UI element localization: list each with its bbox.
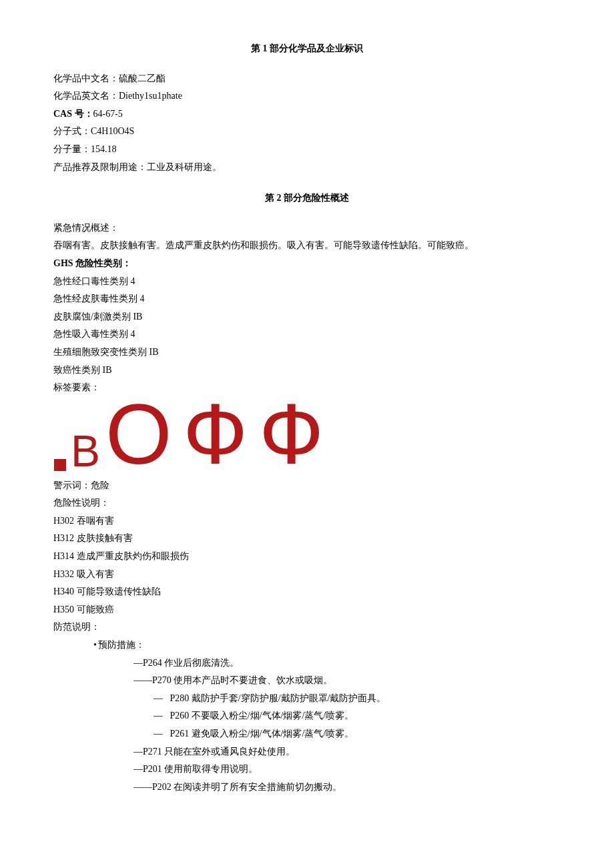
svg-text:Ф: Ф bbox=[260, 400, 324, 473]
hazard-item: H314 造成严重皮肤灼伤和眼损伤 bbox=[53, 548, 561, 566]
ghs-item: 急性经皮肤毒性类别 4 bbox=[53, 290, 561, 308]
hazard-item: H302 吞咽有害 bbox=[53, 512, 561, 530]
label-formula: 分子式： bbox=[53, 126, 91, 136]
ghs-item: 致癌性类别 IB bbox=[53, 362, 561, 380]
row-name-cn: 化学品中文名：硫酸二乙酯 bbox=[53, 70, 561, 88]
heading-suffix: 部分化学品及企业标识 bbox=[268, 43, 364, 53]
prevention-label: 预防措施： bbox=[53, 636, 561, 655]
prevention-item: P270 使用本产品时不要进食、饮水或吸烟。 bbox=[53, 672, 561, 690]
label-cas: CAS 号： bbox=[53, 109, 93, 119]
pictogram-row: Β О Ф Ф bbox=[53, 400, 561, 473]
emergency-text: 吞咽有害。皮肤接触有害。造成严重皮肤灼伤和眼损伤。吸入有害。可能导致遗传性缺陷。… bbox=[53, 237, 561, 255]
prevention-item: P264 作业后彻底清洗。 bbox=[53, 655, 561, 673]
prevention-item-text: P280 戴防护手套/穿防护服/戴防护眼罩/戴防护面具。 bbox=[170, 693, 386, 703]
section-2-heading: 第 2 部分危险性概述 bbox=[53, 189, 561, 207]
heading-prefix: 第 bbox=[265, 193, 277, 203]
prevention-item: P201 使用前取得专用说明。 bbox=[53, 761, 561, 779]
section-1-body: 化学品中文名：硫酸二乙酯 化学品英文名：Diethy1su1phate CAS … bbox=[53, 70, 561, 177]
label-name-cn: 化学品中文名： bbox=[53, 73, 119, 83]
section-1-heading: 第 1 部分化学品及企业标识 bbox=[53, 40, 561, 58]
circle-icon: О bbox=[108, 400, 182, 473]
prevention-item-text: P264 作业后彻底清洗。 bbox=[143, 658, 239, 668]
phi-icon: Ф bbox=[260, 400, 334, 473]
value-name-cn: 硫酸二乙酯 bbox=[119, 73, 166, 83]
heading-suffix: 部分危险性概述 bbox=[282, 193, 350, 203]
section-2-body: 紧急情况概述： 吞咽有害。皮肤接触有害。造成严重皮肤灼伤和眼损伤。吸入有害。可能… bbox=[53, 220, 561, 797]
row-name-en: 化学品英文名：Diethy1su1phate bbox=[53, 87, 561, 105]
ghs-item: 急性经口毒性类别 4 bbox=[53, 273, 561, 291]
hazard-list: H302 吞咽有害 H312 皮肤接触有害 H314 造成严重皮肤灼伤和眼损伤 … bbox=[53, 512, 561, 619]
row-formula: 分子式：C4H10O4S bbox=[53, 123, 561, 141]
square-icon bbox=[53, 458, 68, 473]
prevention-item: P261 避免吸入粉尘/烟/气体/烟雾/蒸气/喷雾。 bbox=[53, 725, 561, 743]
heading-prefix: 第 bbox=[251, 43, 263, 53]
svg-text:Ф: Ф bbox=[184, 400, 248, 473]
signal-word-value: 危险 bbox=[91, 480, 109, 490]
letter-b-icon: Β bbox=[71, 425, 105, 473]
ghs-item: 急性吸入毒性类别 4 bbox=[53, 326, 561, 344]
prevention-item: P260 不要吸入粉尘/烟/气体/烟雾/蒸气/喷雾。 bbox=[53, 707, 561, 725]
value-mw: 154.18 bbox=[91, 144, 117, 154]
label-mw: 分子量： bbox=[53, 144, 91, 154]
prevention-list: P264 作业后彻底清洗。 P270 使用本产品时不要进食、饮水或吸烟。 P28… bbox=[53, 655, 561, 797]
label-use: 产品推荐及限制用途： bbox=[53, 162, 147, 172]
prevention-item-text: P261 避免吸入粉尘/烟/气体/烟雾/蒸气/喷雾。 bbox=[170, 729, 354, 739]
prevention-item-text: P260 不要吸入粉尘/烟/气体/烟雾/蒸气/喷雾。 bbox=[170, 711, 354, 721]
emergency-label: 紧急情况概述： bbox=[53, 220, 561, 238]
prevention-item-text: P201 使用前取得专用说明。 bbox=[143, 764, 258, 774]
prevention-item: P202 在阅读并明了所有安全措施前切勿搬动。 bbox=[53, 779, 561, 797]
label-elements-label: 标签要素： bbox=[53, 379, 561, 397]
ghs-item: 皮肤腐蚀/刺激类别 IB bbox=[53, 308, 561, 326]
prevention-item-text: P271 只能在室外或通风良好处使用。 bbox=[143, 747, 295, 757]
row-signal-word: 警示词：危险 bbox=[53, 477, 561, 495]
hazard-item: H312 皮肤接触有害 bbox=[53, 530, 561, 548]
svg-rect-0 bbox=[54, 459, 66, 471]
value-use: 工业及科研用途。 bbox=[147, 162, 222, 172]
hazard-item: H350 可能致癌 bbox=[53, 601, 561, 619]
signal-word-label: 警示词： bbox=[53, 480, 91, 490]
prevention-item-text: P202 在阅读并明了所有安全措施前切勿搬动。 bbox=[152, 782, 342, 792]
prevention-item-text: P270 使用本产品时不要进食、饮水或吸烟。 bbox=[152, 675, 332, 685]
svg-text:О: О bbox=[108, 400, 172, 473]
prevention-label-text: 预防措施： bbox=[98, 640, 145, 650]
value-cas: 64-67-5 bbox=[93, 109, 123, 119]
hazard-label: 危险性说明： bbox=[53, 494, 561, 512]
heading-number: 2 bbox=[277, 193, 282, 203]
prevention-item: P271 只能在室外或通风良好处使用。 bbox=[53, 743, 561, 761]
hazard-item: H332 吸入有害 bbox=[53, 566, 561, 584]
ghs-label: GHS 危险性类别： bbox=[53, 255, 561, 273]
label-name-en: 化学品英文名： bbox=[53, 91, 119, 101]
ghs-list: 急性经口毒性类别 4 急性经皮肤毒性类别 4 皮肤腐蚀/刺激类别 IB 急性吸入… bbox=[53, 273, 561, 380]
heading-number: 1 bbox=[263, 43, 268, 53]
precaution-label: 防范说明： bbox=[53, 618, 561, 636]
row-use: 产品推荐及限制用途：工业及科研用途。 bbox=[53, 159, 561, 177]
ghs-item: 生殖细胞致突变性类别 IB bbox=[53, 344, 561, 362]
svg-text:Β: Β bbox=[71, 426, 100, 473]
row-cas: CAS 号：64-67-5 bbox=[53, 105, 561, 123]
prevention-item: P280 戴防护手套/穿防护服/戴防护眼罩/戴防护面具。 bbox=[53, 690, 561, 708]
hazard-item: H340 可能导致遗传性缺陷 bbox=[53, 583, 561, 601]
value-name-en: Diethy1su1phate bbox=[119, 91, 182, 101]
phi-icon: Ф bbox=[184, 400, 258, 473]
value-formula: C4H10O4S bbox=[91, 126, 134, 136]
row-mw: 分子量：154.18 bbox=[53, 141, 561, 159]
